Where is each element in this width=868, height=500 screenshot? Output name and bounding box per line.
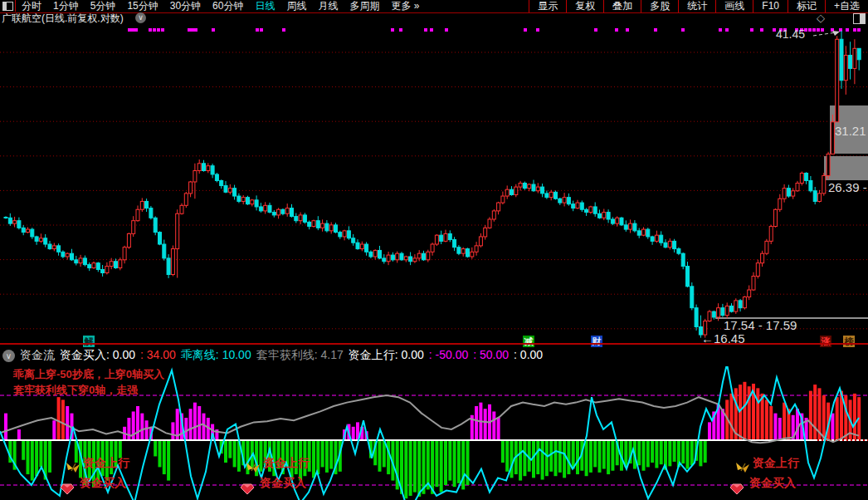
candle [471,252,474,257]
flow-bar [145,420,149,440]
candle [211,166,214,174]
candle [497,203,500,211]
indicator-param-1: 资金买入: 0.00 [60,348,135,363]
menu-item-10[interactable]: 更多 » [385,0,425,12]
candle [356,243,359,248]
tool-menu-item-4[interactable]: 统计 [678,0,715,12]
candle [241,198,245,202]
flow-bar [427,440,430,489]
candlestick-chart[interactable] [0,23,868,343]
candle [246,198,250,204]
candle [792,191,795,196]
candle [115,262,118,268]
candle [127,233,130,247]
flow-bar [440,440,443,493]
candle [184,194,188,205]
candle [44,238,47,244]
tool-menu-item-1[interactable]: 复权 [566,0,603,12]
tool-menu-item-2[interactable]: 叠加 [603,0,641,12]
candle [827,154,830,175]
menu-item-0[interactable]: 分时 [16,0,47,12]
flow-bar [444,440,447,485]
candle [642,229,646,235]
flow-bar [558,440,562,473]
candle [417,253,421,258]
candle [339,233,342,237]
gap2-label: 26.39 - 2 [828,181,868,194]
flow-bar [756,388,759,440]
flow-bar [576,440,579,474]
collapse-chevron-icon[interactable]: ∨ [2,350,15,362]
flow-bar [536,440,539,474]
candle [831,122,834,154]
flow-bar [35,440,38,476]
menu-item-3[interactable]: 15分钟 [121,0,163,12]
candle [664,243,667,248]
candle [646,229,650,237]
candle [105,267,109,273]
signal-annotation-1: 资金上行资金买入 [245,456,344,499]
candle [110,262,113,267]
menu-item-5[interactable]: 60分钟 [207,0,249,12]
candle [580,203,583,209]
gap1-label: 31.21 - [835,125,868,138]
flow-bar [448,440,451,481]
flow-bar [228,440,232,458]
tool-menu-item-3[interactable]: 多股 [641,0,678,12]
flow-bar [651,440,654,463]
tool-menu-item-7[interactable]: 标记 [788,0,825,12]
flow-bar [519,440,522,481]
trading-app-window: 分时1分钟5分钟15分钟30分钟60分钟日线周线月线多周期更多 » 显示复权叠加… [0,0,868,500]
candle [756,263,759,277]
candle [686,267,690,287]
flow-bar [655,440,658,468]
flow-bar [593,440,597,467]
menu-item-8[interactable]: 月线 [312,0,344,12]
candle [611,219,614,223]
flow-bar [686,440,690,469]
tool-menu-item-6[interactable]: F10 [753,0,788,12]
menu-item-6[interactable]: 日线 [249,0,280,12]
candle [708,311,711,321]
menu-item-7[interactable]: 周线 [280,0,312,12]
candle [589,207,592,213]
chevron-down-icon[interactable]: ∨ [135,12,146,23]
flow-bar [61,400,65,440]
menu-item-1[interactable]: 1分钟 [47,0,85,12]
menu-item-9[interactable]: 多周期 [344,0,385,12]
candle [264,205,267,211]
candle [734,301,738,311]
up-signal-label: 资金上行 [83,456,129,471]
flow-bar [17,429,21,440]
candle [796,183,799,190]
tool-menu-item-8[interactable]: +自选 [825,0,868,12]
candle [633,223,636,231]
candle [233,189,237,196]
menu-item-4[interactable]: 30分钟 [164,0,207,12]
flow-bar [743,382,746,440]
flow-bar [154,440,157,456]
tool-menu: 显示复权叠加多股统计画线F10标记+自选 [529,0,868,12]
candle [136,209,139,220]
candle [383,258,386,262]
candle [778,199,782,209]
flow-bar [505,440,509,472]
candle [536,187,539,191]
candle [554,192,558,199]
diamond-icon[interactable]: ◇ [817,12,825,23]
candle [484,228,487,237]
candle [492,211,495,219]
tool-menu-item-0[interactable]: 显示 [529,0,566,12]
candle [193,171,197,182]
period-menu: 分时1分钟5分钟15分钟30分钟60分钟日线周线月线多周期更多 » [0,0,425,12]
candle [624,225,627,229]
candle [237,196,241,201]
candle [593,207,597,213]
layout-icon[interactable] [0,0,16,12]
menu-item-2[interactable]: 5分钟 [85,0,122,12]
candle [655,235,658,241]
candle [325,223,329,231]
candle [567,198,570,204]
tool-menu-item-5[interactable]: 画线 [715,0,753,12]
flow-bar [822,395,826,440]
